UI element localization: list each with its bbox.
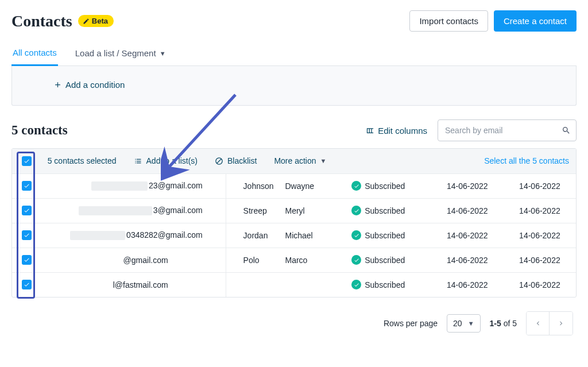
import-contacts-button[interactable]: Import contacts [409,10,488,32]
cell-date-2: 14-06-2022 [504,223,576,248]
add-condition-button[interactable]: Add a condition [53,80,125,90]
select-all-link[interactable]: Select all the 5 contacts [484,156,576,165]
page-range-bold: 1-5 [490,319,501,328]
cell-status: Subscribed [351,248,431,272]
edit-columns-button[interactable]: Edit columns [366,126,427,136]
cell-email: 0348282@gmail.com [42,223,226,248]
cell-lastname: Johnson [226,173,285,198]
status-check-icon [351,181,361,191]
plus-icon [53,80,62,89]
bulk-action-bar: 5 contacts selected Add to a list(s) Bla… [42,149,576,173]
cell-firstname: Meryl [285,198,351,223]
edit-columns-label: Edit columns [378,126,427,136]
cell-date-1: 14-06-2022 [431,173,504,198]
rows-per-page-label: Rows per page [384,319,438,328]
check-icon [24,158,30,164]
selected-count-text: 5 contacts selected [48,156,117,165]
cell-lastname: Streep [226,198,285,223]
status-check-icon [351,280,361,289]
contacts-table: 5 contacts selected Add to a list(s) Bla… [12,149,576,297]
cell-lastname [226,272,285,297]
caret-down-icon: ▼ [160,50,166,57]
cell-date-1: 14-06-2022 [431,223,504,248]
cell-date-2: 14-06-2022 [504,272,576,297]
next-page-button[interactable] [550,312,572,335]
page-range-rest: of 5 [501,319,517,328]
cell-firstname: Marco [285,248,351,272]
status-check-icon [351,230,361,240]
contacts-table-wrap: 5 contacts selected Add to a list(s) Bla… [11,148,577,298]
beta-label: Beta [92,17,108,25]
more-action-dropdown[interactable]: More action ▼ [274,156,326,165]
results-header: 5 contacts Edit columns [11,119,577,141]
cell-date-1: 14-06-2022 [431,272,504,297]
cell-firstname: Michael [285,223,351,248]
cell-email: 3@gmail.com [42,198,226,223]
table-row[interactable]: 23@gmail.com Johnson Dwayne Subscribed 1… [12,173,576,198]
add-to-list-button[interactable]: Add to a list(s) [134,156,198,165]
filter-conditions-panel: Add a condition [11,66,577,106]
pagination-footer: Rows per page 20 ▼ 1-5 of 5 [11,311,577,335]
tab-all-contacts[interactable]: All contacts [11,42,58,66]
header: Contacts Beta Import contacts Create a c… [11,10,577,32]
cell-email: l@fastmail.com [42,272,226,297]
check-icon [24,281,30,288]
add-condition-label: Add a condition [65,80,125,90]
table-row[interactable]: l@fastmail.com Subscribed 14-06-2022 14-… [12,272,576,297]
row-checkbox[interactable] [22,280,32,289]
pager [526,311,573,335]
blacklist-button[interactable]: Blacklist [215,156,257,165]
row-checkbox[interactable] [22,206,32,215]
caret-down-icon: ▼ [468,320,474,327]
check-icon [24,183,30,189]
cell-date-2: 14-06-2022 [504,248,576,272]
cell-status: Subscribed [351,272,431,297]
row-checkbox[interactable] [22,181,32,191]
chevron-right-icon [557,319,565,327]
create-contact-button[interactable]: Create a contact [494,10,577,32]
select-all-checkbox[interactable] [22,156,32,166]
results-count: 5 contacts [11,123,68,138]
prev-page-button[interactable] [527,312,550,335]
pencil-icon [83,18,90,25]
beta-badge: Beta [78,15,114,27]
check-icon [24,257,30,263]
cell-status: Subscribed [351,173,431,198]
cell-email: @gmail.com [42,248,226,272]
tab-load-list-segment[interactable]: Load a list / Segment ▼ [74,43,167,65]
cell-date-2: 14-06-2022 [504,198,576,223]
ban-icon [215,157,223,165]
page-range: 1-5 of 5 [490,319,517,328]
blacklist-label: Blacklist [227,156,257,165]
search-wrap [438,119,577,141]
cell-date-1: 14-06-2022 [431,198,504,223]
search-icon [562,126,571,135]
cell-status: Subscribed [351,223,431,248]
add-to-list-label: Add to a list(s) [146,156,198,165]
list-icon [134,157,142,165]
table-action-row: 5 contacts selected Add to a list(s) Bla… [12,149,576,173]
tab-load-label: Load a list / Segment [75,48,156,58]
cell-firstname [285,272,351,297]
status-check-icon [351,255,361,265]
table-row[interactable]: 3@gmail.com Streep Meryl Subscribed 14-0… [12,198,576,223]
rows-per-page-value: 20 [453,319,462,328]
cell-status: Subscribed [351,198,431,223]
search-input[interactable] [438,119,577,141]
cell-email: 23@gmail.com [42,173,226,198]
cell-date-2: 14-06-2022 [504,173,576,198]
table-row[interactable]: @gmail.com Polo Marco Subscribed 14-06-2… [12,248,576,272]
title-group: Contacts Beta [11,12,114,30]
table-row[interactable]: 0348282@gmail.com Jordan Michael Subscri… [12,223,576,248]
rows-per-page-select[interactable]: 20 ▼ [447,314,480,333]
status-check-icon [351,206,361,215]
check-icon [24,207,30,214]
results-toolbar: Edit columns [366,119,577,141]
row-checkbox[interactable] [22,230,32,240]
chevron-left-icon [534,319,542,327]
cell-firstname: Dwayne [285,173,351,198]
columns-icon [366,126,374,135]
row-checkbox[interactable] [22,255,32,265]
more-action-label: More action [274,156,316,165]
check-icon [24,232,30,238]
